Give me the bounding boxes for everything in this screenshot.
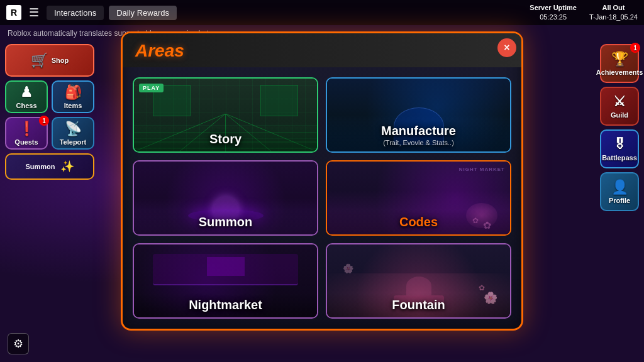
modal-title: Areas [135, 41, 184, 60]
area-card-nightmarket[interactable]: Nightmarket [133, 243, 318, 319]
codes-label: Codes [327, 210, 510, 234]
modal-header: Areas × [123, 33, 521, 67]
story-play-tag: PLAY [139, 84, 164, 92]
story-label: Story [134, 127, 317, 151]
area-card-codes[interactable]: NIGHT MARKET ✿ ✿ Codes [326, 160, 511, 236]
modal-body: PLAY Story Manufacture (Trait, Evovle & … [123, 67, 521, 329]
area-card-summon[interactable]: Summon [133, 160, 318, 236]
modal-overlay: Areas × [0, 0, 644, 362]
manufacture-sublabel: (Trait, Evovle & Stats..) [330, 139, 508, 146]
area-card-manufacture[interactable]: Manufacture (Trait, Evovle & Stats..) [326, 77, 511, 153]
summon-card-label: Summon [134, 210, 317, 234]
areas-modal: Areas × [121, 31, 523, 331]
area-card-story[interactable]: PLAY Story [133, 77, 318, 153]
manufacture-label: Manufacture (Trait, Evovle & Stats..) [327, 119, 510, 151]
nightmarket-label: Nightmarket [134, 293, 317, 317]
modal-close-button[interactable]: × [497, 38, 516, 57]
area-card-fountain[interactable]: 🌸 ✿ 🌸 Fountain [326, 243, 511, 319]
fountain-label: Fountain [327, 293, 510, 317]
